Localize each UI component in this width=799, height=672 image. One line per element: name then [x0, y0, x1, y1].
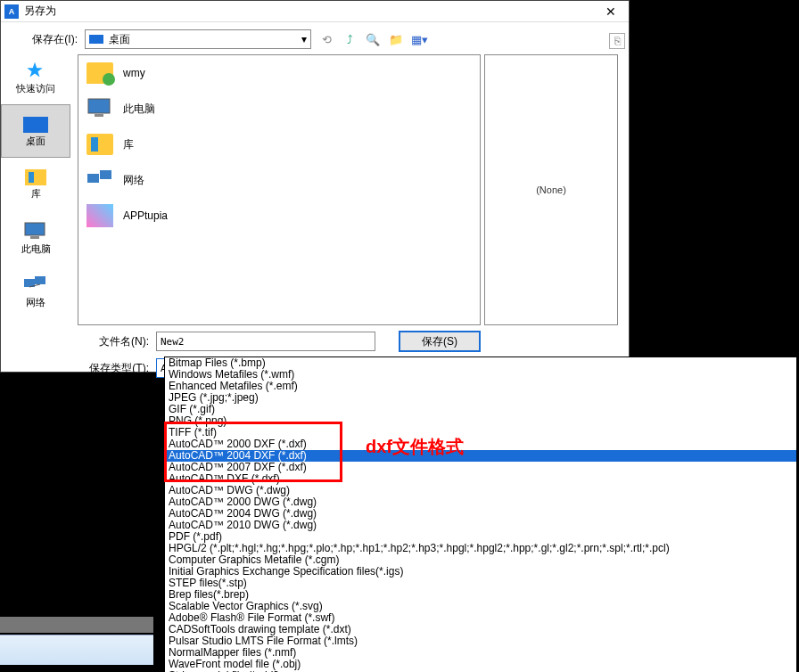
sidebar-item-pc[interactable]: 此电脑 [1, 211, 70, 265]
filename-label: 文件名(N): [1, 334, 149, 349]
lib-icon [25, 169, 46, 185]
file-label: 此电脑 [123, 102, 155, 117]
titlebar: A 另存为 ✕ [1, 1, 629, 22]
file-list[interactable]: wmy此电脑库网络APPtupia [78, 54, 481, 325]
newfolder-icon[interactable]: 📁 [388, 31, 404, 47]
annotation-text: dxf文件格式 [366, 435, 464, 459]
file-item[interactable]: 网络 [78, 162, 480, 198]
network-icon [86, 168, 113, 193]
search-icon[interactable]: 🔍 [365, 31, 381, 47]
file-label: 网络 [123, 173, 144, 188]
svg-rect-1 [30, 236, 39, 239]
dialog-title: 另存为 [24, 4, 593, 19]
library-icon [86, 134, 113, 155]
up-icon[interactable]: ⤴ [342, 31, 358, 47]
sidebar-label: 此电脑 [21, 242, 51, 256]
svg-rect-8 [100, 170, 111, 179]
filetype-option[interactable]: JPEG (*.jpg;*.jpeg) [165, 392, 796, 404]
location-text: 桌面 [109, 32, 130, 47]
app-icon: A [4, 4, 19, 19]
svg-rect-0 [25, 223, 45, 235]
file-item[interactable]: 库 [78, 127, 480, 162]
filetype-option[interactable]: Initial Graphics Exchange Specification … [165, 566, 796, 578]
location-combo[interactable]: 桌面 ▾ [85, 29, 311, 49]
star-icon [23, 61, 48, 80]
svg-rect-6 [95, 114, 103, 117]
sidebar-label: 网络 [26, 296, 45, 309]
close-button[interactable]: ✕ [593, 1, 629, 22]
save-button[interactable]: 保存(S) [399, 331, 481, 352]
location-toolbar: 保存在(I): 桌面 ▾ ⟲ ⤴ 🔍 📁 ▦▾ [1, 28, 629, 51]
sidebar-item-net[interactable]: 网络 [1, 265, 70, 318]
file-label: 库 [123, 137, 134, 152]
sidebar-item-lib[interactable]: 库 [1, 158, 70, 211]
pin-icon[interactable]: ⎘ [609, 33, 625, 49]
filetype-dropdown[interactable]: Bitmap Files (*.bmp)Windows Metafiles (*… [164, 356, 797, 672]
filetype-option[interactable]: Enhanced Metafiles (*.emf) [165, 381, 796, 392]
taskbar [0, 635, 153, 665]
filetype-label: 保存类型(T): [1, 361, 149, 376]
desktop-icon [89, 35, 103, 44]
back-icon[interactable]: ⟲ [318, 31, 334, 47]
desk-icon [23, 117, 48, 133]
sidebar-item-desk[interactable]: 桌面 [1, 104, 70, 158]
file-item[interactable]: wmy [78, 55, 480, 91]
pc-icon [86, 97, 113, 121]
preview-text: (None) [536, 184, 566, 195]
views-icon[interactable]: ▦▾ [411, 31, 427, 47]
file-label: APPtupia [123, 209, 168, 222]
filetype-option[interactable]: STEP files(*.stp) [165, 578, 796, 589]
taskbar-preview [0, 617, 153, 633]
file-item[interactable]: 此电脑 [78, 91, 480, 127]
file-label: wmy [123, 67, 145, 79]
save-as-dialog: A 另存为 ✕ ⎘ 保存在(I): 桌面 ▾ ⟲ ⤴ 🔍 📁 ▦▾ 快速访问桌面… [0, 0, 630, 373]
filetype-option[interactable]: AutoCAD™ 2010 DWG (*.dwg) [165, 520, 796, 531]
net-icon [23, 275, 48, 294]
sidebar-label: 桌面 [26, 135, 45, 148]
svg-rect-3 [35, 276, 45, 284]
places-sidebar: 快速访问桌面库此电脑网络 [1, 51, 70, 325]
pc-icon [23, 221, 48, 241]
sidebar-item-star[interactable]: 快速访问 [1, 51, 70, 104]
sidebar-label: 库 [31, 187, 41, 201]
filetype-option[interactable]: PNG (*.png) [165, 415, 796, 427]
filetype-option[interactable]: GIF (*.gif) [165, 404, 796, 415]
svg-rect-7 [87, 174, 99, 183]
save-in-label: 保存在(I): [10, 32, 78, 47]
preview-pane: (None) [484, 54, 618, 325]
file-item[interactable]: APPtupia [78, 198, 480, 234]
app-icon [86, 204, 113, 227]
chevron-down-icon: ▾ [301, 33, 307, 45]
filename-input[interactable] [156, 332, 375, 351]
folder-user-icon [86, 62, 113, 84]
svg-rect-5 [88, 99, 110, 113]
sidebar-label: 快速访问 [16, 82, 55, 95]
